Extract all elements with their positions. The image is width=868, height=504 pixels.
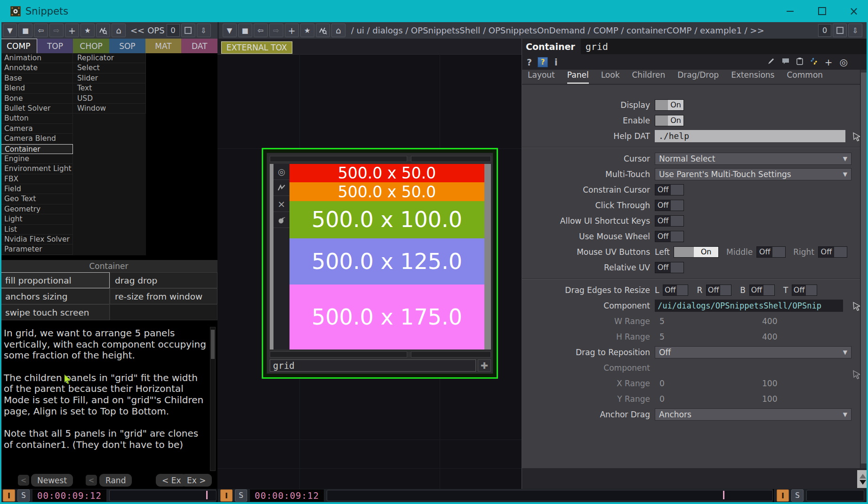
lightning-icon[interactable]	[273, 180, 289, 196]
tab-layout[interactable]: Layout	[528, 70, 555, 84]
operator-item[interactable]: Blend	[0, 83, 73, 93]
op-find-icon[interactable]	[96, 24, 110, 37]
pencil-icon[interactable]	[767, 57, 775, 67]
help-dat-field[interactable]: ./help	[655, 130, 845, 142]
minimize-button[interactable]	[784, 6, 796, 17]
external-tox-badge[interactable]: EXTERNAL TOX	[221, 41, 292, 54]
operator-item[interactable]: Replicator	[73, 53, 146, 63]
down-arrow-icon[interactable]: ⇩	[197, 24, 211, 37]
allow-ui-toggle[interactable]: Off	[655, 215, 684, 227]
node-name-field[interactable]: grid	[270, 359, 476, 372]
snippet-item[interactable]: re-size from window	[110, 288, 217, 304]
optype-tab-dat[interactable]: DAT	[181, 39, 217, 53]
drag-right-toggle[interactable]: Off	[706, 285, 731, 296]
maximize-button[interactable]	[816, 6, 828, 17]
info-icon[interactable]: i	[555, 57, 558, 67]
network-editor[interactable]: EXTERNAL TOX ◎ ×	[217, 39, 522, 489]
newest-button[interactable]: Newest	[31, 474, 73, 487]
operator-item[interactable]: Nvidia Flex Solver	[0, 235, 73, 244]
python-help-icon[interactable]: ?	[538, 57, 548, 67]
star-icon[interactable]: ★	[300, 24, 314, 37]
x-range-max[interactable]: 100	[762, 379, 777, 388]
operator-item[interactable]: Container	[0, 144, 73, 154]
operator-item[interactable]: Base	[0, 73, 73, 83]
operator-item[interactable]: USD	[73, 94, 146, 104]
optype-tab-mat[interactable]: MAT	[145, 39, 182, 53]
step-button[interactable]: S	[791, 489, 804, 502]
drag-top-toggle[interactable]: Off	[792, 285, 817, 296]
w-range-max[interactable]: 400	[762, 317, 777, 326]
operator-item[interactable]: List	[0, 225, 73, 235]
mouse-right-toggle[interactable]: Off	[818, 246, 847, 258]
description-scrollbar-thumb[interactable]	[211, 330, 215, 359]
python-icon[interactable]	[810, 57, 818, 67]
stop-icon[interactable]: ■	[18, 24, 32, 37]
op-find-icon[interactable]	[316, 24, 330, 37]
panel-bar[interactable]: 500.0 x 100.0	[289, 201, 484, 238]
operator-item[interactable]: Slider	[73, 73, 146, 83]
operator-item[interactable]: Parameter	[0, 244, 73, 254]
constrain-cursor-toggle[interactable]: Off	[655, 184, 684, 195]
y-range-min[interactable]: 0	[659, 394, 754, 404]
home-icon[interactable]: ⌂	[331, 24, 346, 37]
rand-back-button[interactable]: <	[86, 475, 97, 486]
add-node-button[interactable]: ✚	[478, 359, 491, 372]
optype-tab-comp[interactable]: COMP	[0, 39, 37, 53]
tab-drag-drop[interactable]: Drag/Drop	[677, 70, 719, 84]
operator-item[interactable]: Engine	[0, 154, 73, 164]
x-range-min[interactable]: 0	[659, 379, 754, 388]
stop-icon[interactable]: ■	[238, 24, 252, 37]
rand-button[interactable]: Rand	[99, 474, 132, 487]
snippet-item[interactable]: drag drop	[110, 272, 217, 288]
down-arrow-icon[interactable]: ⇩	[848, 24, 862, 37]
target-icon[interactable]: ◎	[273, 164, 289, 180]
close-icon[interactable]: ×	[273, 196, 289, 212]
operator-item[interactable]: Bullet Solver	[0, 104, 73, 114]
step-button[interactable]: S	[17, 489, 30, 502]
tab-panel[interactable]: Panel	[567, 70, 589, 84]
star-icon[interactable]: ★	[80, 24, 95, 37]
h-range-min[interactable]: 5	[659, 332, 754, 341]
panel-bar[interactable]: 500.0 x 175.0	[289, 285, 484, 350]
dropdown-arrow-icon[interactable]: ▼	[3, 24, 17, 37]
panel-bar[interactable]: 500.0 x 125.0	[289, 238, 484, 285]
enable-toggle[interactable]: On	[655, 115, 684, 126]
panel-bar[interactable]: 500.0 x 50.0	[289, 182, 484, 201]
op-name-field[interactable]: grid	[581, 39, 868, 54]
w-range-min[interactable]: 5	[659, 317, 754, 326]
relative-u-toggle[interactable]: Off	[655, 262, 684, 273]
timeline-track[interactable]	[327, 490, 773, 501]
clipboard-icon[interactable]	[796, 57, 803, 67]
operator-item[interactable]: Button	[0, 114, 73, 123]
panel-bar[interactable]: 500.0 x 50.0	[289, 164, 484, 182]
snippet-item[interactable]: anchors sizing	[0, 288, 110, 304]
operator-item[interactable]: Light	[0, 214, 73, 224]
operator-item[interactable]: Camera Blend	[0, 134, 73, 144]
mouse-middle-toggle[interactable]: Off	[756, 246, 786, 258]
operator-item[interactable]: Camera	[0, 124, 73, 134]
back-arrow-icon[interactable]: ⇦	[254, 24, 268, 37]
anchor-drag-dropdown[interactable]: Anchors▼	[655, 408, 852, 421]
mouse-wheel-toggle[interactable]: Off	[655, 231, 684, 242]
playhead-marker[interactable]	[206, 491, 208, 499]
component-field[interactable]: /ui/dialogs/OPSnippetsShell/OPSnip	[655, 300, 843, 312]
click-through-toggle[interactable]: Off	[655, 200, 684, 211]
drag-left-toggle[interactable]: Off	[663, 285, 688, 296]
right-count-field[interactable]: 0	[818, 24, 831, 37]
newest-back-button[interactable]: <	[18, 475, 29, 486]
add-icon[interactable]: +	[285, 24, 299, 37]
independent-button[interactable]: I	[777, 489, 789, 502]
playhead-marker[interactable]	[723, 491, 724, 499]
timeline-track[interactable]	[109, 490, 217, 501]
home-icon[interactable]: ⌂	[112, 24, 126, 37]
forward-arrow-icon[interactable]: ⇨	[269, 24, 283, 37]
h-range-max[interactable]: 400	[762, 332, 777, 341]
snippet-item[interactable]: fill proportional	[0, 272, 110, 288]
comment-icon[interactable]	[782, 57, 789, 66]
y-range-max[interactable]: 100	[762, 394, 777, 404]
operator-item[interactable]: Text	[73, 83, 146, 93]
optype-tab-chop[interactable]: CHOP	[73, 39, 109, 53]
step-button[interactable]: S	[235, 489, 247, 502]
operator-item[interactable]: Environment Light	[0, 164, 73, 174]
operator-item[interactable]: FBX	[0, 174, 73, 184]
